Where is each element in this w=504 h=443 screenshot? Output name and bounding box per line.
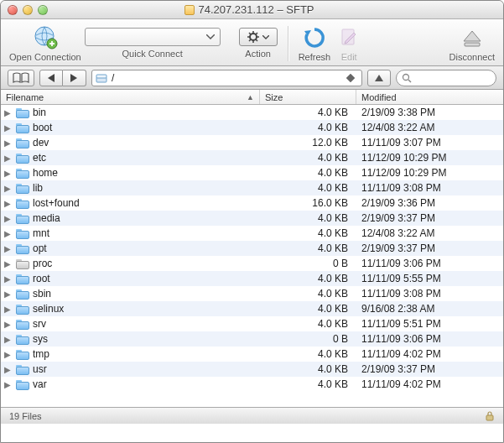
disclosure-triangle-icon[interactable]: ▶ — [4, 289, 13, 299]
column-header-filename[interactable]: Filename ▲ — [1, 90, 260, 104]
disclosure-triangle-icon[interactable]: ▶ — [4, 184, 13, 193]
disclosure-triangle-icon[interactable]: ▶ — [4, 229, 13, 238]
disclosure-triangle-icon[interactable]: ▶ — [4, 138, 13, 148]
table-row[interactable]: ▶boot4.0 KB12/4/08 3:22 AM — [1, 120, 503, 135]
file-name: var — [33, 378, 47, 390]
column-header-size-label: Size — [265, 92, 283, 102]
folder-icon — [16, 183, 29, 194]
disclosure-triangle-icon[interactable]: ▶ — [4, 350, 13, 359]
gear-icon — [247, 31, 259, 43]
open-connection-label: Open Connection — [9, 52, 81, 62]
table-row[interactable]: ▶usr4.0 KB2/19/09 3:37 PM — [1, 362, 503, 377]
file-size: 4.0 KB — [260, 122, 356, 133]
action-button[interactable] — [239, 28, 278, 46]
table-row[interactable]: ▶root4.0 KB11/11/09 5:55 PM — [1, 271, 503, 286]
file-list[interactable]: ▶bin4.0 KB2/19/09 3:38 PM▶boot4.0 KB12/4… — [1, 105, 503, 407]
bookmarks-button[interactable] — [8, 70, 34, 86]
path-combo[interactable]: / — [91, 70, 362, 86]
file-modified: 11/11/09 4:02 PM — [356, 378, 503, 390]
folder-icon — [16, 379, 29, 390]
navbar: / — [1, 66, 503, 90]
disclosure-triangle-icon[interactable]: ▶ — [4, 154, 13, 163]
svg-rect-12 — [465, 43, 480, 46]
disclosure-triangle-icon[interactable]: ▶ — [4, 214, 13, 223]
forward-button[interactable] — [63, 70, 86, 86]
minimize-button[interactable] — [23, 5, 33, 15]
quick-connect-label: Quick Connect — [122, 49, 183, 59]
table-row[interactable]: ▶opt4.0 KB2/19/09 3:37 PM — [1, 241, 503, 256]
table-row[interactable]: ▶sys0 B11/11/09 3:06 PM — [1, 331, 503, 347]
file-size: 12.0 KB — [260, 137, 356, 149]
disk-icon — [96, 72, 107, 84]
folder-icon — [16, 198, 29, 209]
svg-line-9 — [256, 33, 257, 34]
disclosure-triangle-icon[interactable]: ▶ — [4, 123, 13, 133]
file-modified: 11/11/09 3:06 PM — [356, 258, 503, 269]
file-size: 4.0 KB — [260, 363, 356, 375]
disclosure-triangle-icon[interactable]: ▶ — [4, 274, 13, 284]
folder-icon — [16, 349, 29, 360]
quick-connect-combo[interactable] — [85, 28, 221, 46]
search-input[interactable] — [415, 73, 491, 83]
chevron-down-icon — [205, 31, 216, 43]
table-row[interactable]: ▶var4.0 KB11/11/09 4:02 PM — [1, 377, 503, 392]
column-header-size[interactable]: Size — [260, 90, 356, 104]
refresh-icon — [301, 24, 328, 51]
file-modified: 2/19/09 3:37 PM — [356, 212, 503, 224]
disclosure-triangle-icon[interactable]: ▶ — [4, 380, 13, 389]
disclosure-triangle-icon[interactable]: ▶ — [4, 335, 13, 344]
file-modified: 12/4/08 3:22 AM — [356, 227, 503, 239]
close-button[interactable] — [8, 5, 18, 15]
refresh-button[interactable]: Refresh — [299, 24, 331, 62]
svg-line-7 — [249, 33, 251, 34]
file-modified: 11/11/09 4:02 PM — [356, 348, 503, 360]
folder-icon — [16, 213, 29, 224]
search-field[interactable] — [396, 70, 496, 86]
back-button[interactable] — [39, 70, 63, 86]
eject-icon — [459, 24, 486, 51]
column-headers: Filename ▲ Size Modified — [1, 90, 503, 105]
table-row[interactable]: ▶tmp4.0 KB11/11/09 4:02 PM — [1, 347, 503, 362]
disclosure-triangle-icon[interactable]: ▶ — [4, 169, 13, 178]
open-connection-button[interactable]: Open Connection — [9, 24, 81, 62]
table-row[interactable]: ▶media4.0 KB2/19/09 3:37 PM — [1, 211, 503, 226]
disconnect-button[interactable]: Disconnect — [449, 24, 495, 62]
go-up-button[interactable] — [367, 70, 391, 86]
history-nav — [39, 70, 86, 86]
table-row[interactable]: ▶bin4.0 KB2/19/09 3:38 PM — [1, 105, 503, 120]
table-row[interactable]: ▶proc0 B11/11/09 3:06 PM — [1, 256, 503, 271]
disclosure-triangle-icon[interactable]: ▶ — [4, 305, 13, 314]
file-name: mnt — [33, 227, 49, 239]
disclosure-triangle-icon[interactable]: ▶ — [4, 365, 13, 374]
table-row[interactable]: ▶home4.0 KB11/12/09 10:29 PM — [1, 165, 503, 180]
disclosure-triangle-icon[interactable]: ▶ — [4, 199, 13, 208]
file-name: srv — [33, 318, 46, 330]
table-row[interactable]: ▶mnt4.0 KB12/4/08 3:22 AM — [1, 226, 503, 241]
disclosure-triangle-icon[interactable]: ▶ — [4, 259, 13, 268]
table-row[interactable]: ▶etc4.0 KB11/12/09 10:29 PM — [1, 150, 503, 165]
file-name: proc — [33, 258, 52, 269]
window-controls — [8, 5, 48, 15]
table-row[interactable]: ▶lib4.0 KB11/11/09 3:08 PM — [1, 180, 503, 195]
column-header-modified[interactable]: Modified — [356, 90, 503, 104]
edit-button[interactable]: Edit — [335, 24, 362, 62]
disclosure-triangle-icon[interactable]: ▶ — [4, 108, 13, 117]
file-size: 4.0 KB — [260, 107, 356, 118]
svg-rect-17 — [486, 415, 493, 420]
folder-icon — [16, 228, 29, 239]
disclosure-triangle-icon[interactable]: ▶ — [4, 244, 13, 253]
column-header-modified-label: Modified — [361, 92, 397, 102]
path-text: / — [112, 72, 342, 84]
table-row[interactable]: ▶srv4.0 KB11/11/09 5:51 PM — [1, 316, 503, 331]
window-title: 74.207.231.112 – SFTP — [48, 3, 451, 16]
zoom-button[interactable] — [38, 5, 48, 15]
stepper-icon[interactable] — [346, 70, 358, 86]
table-row[interactable]: ▶lost+found16.0 KB2/19/09 3:36 PM — [1, 195, 503, 211]
table-row[interactable]: ▶sbin4.0 KB11/11/09 3:08 PM — [1, 286, 503, 301]
file-size: 0 B — [260, 258, 356, 269]
sort-indicator-icon: ▲ — [247, 93, 254, 102]
disclosure-triangle-icon[interactable]: ▶ — [4, 320, 13, 329]
table-row[interactable]: ▶selinux4.0 KB9/16/08 2:38 AM — [1, 301, 503, 316]
table-row[interactable]: ▶dev12.0 KB11/11/09 3:07 PM — [1, 135, 503, 150]
svg-rect-14 — [96, 75, 107, 78]
